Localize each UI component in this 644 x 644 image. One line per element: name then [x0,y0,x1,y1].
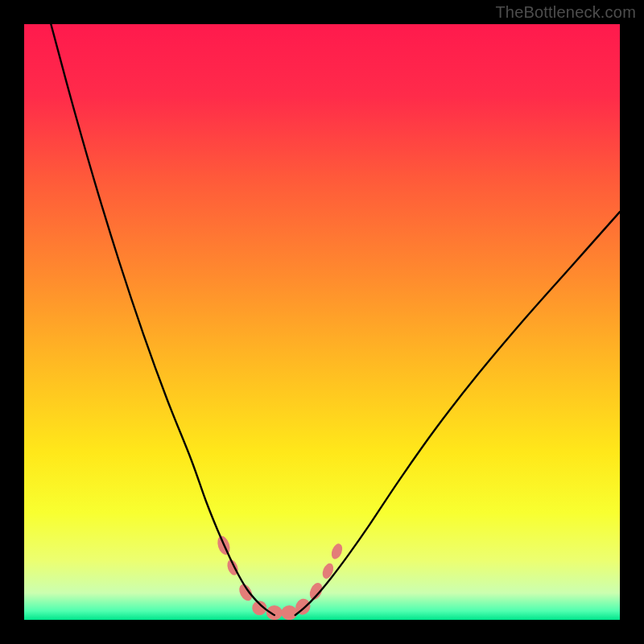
valley-blob [281,605,297,620]
valley-blob [320,562,336,580]
curve-right-branch [295,212,620,615]
watermark-text: TheBottleneck.com [495,3,636,22]
plot-area [24,24,620,620]
valley-marker [216,535,345,620]
valley-blob [237,582,255,603]
curve-layer [24,24,620,620]
valley-blob [329,542,345,560]
chart-frame: TheBottleneck.com [0,0,644,644]
curve-left-branch [51,24,275,615]
valley-blob [308,581,325,602]
